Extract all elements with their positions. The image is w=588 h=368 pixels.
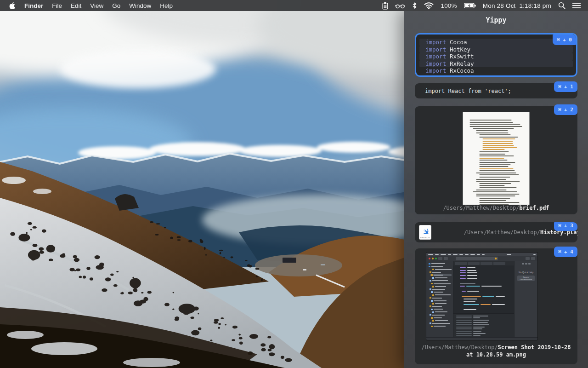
pdf-text-line [476, 196, 515, 196]
notification-center-icon[interactable] [572, 2, 581, 9]
clipboard-item-1[interactable]: ⌘ + 1 import React from 'react'; [415, 83, 577, 98]
thumb-log-message [473, 335, 481, 336]
code-line: importHotKey [419, 46, 573, 53]
menu-window[interactable]: Window [129, 2, 151, 9]
pdf-text-line [480, 202, 520, 203]
thumb-log-message [473, 333, 486, 334]
thumb-file-label [435, 286, 447, 287]
thumb-code-line [455, 285, 514, 287]
thumb-file-row [430, 325, 452, 328]
thumb-file-label [431, 263, 446, 264]
thumb-file-label [434, 283, 451, 284]
thumb-file-row [431, 311, 452, 313]
thumb-file-icon [430, 271, 431, 273]
thumb-menu-item [453, 254, 458, 255]
thumb-code-token [481, 286, 502, 287]
thumb-code-token [464, 309, 476, 310]
thumb-console-line [456, 333, 514, 334]
menu-bar-clock[interactable]: Mon 28 Oct 1:18:18 pm [483, 2, 551, 9]
search-icon[interactable] [558, 2, 565, 9]
pdf-text-line [480, 183, 511, 184]
file-path-caption: /Users/Matthew/Desktop/brief.pdf [415, 204, 577, 212]
thumb-log-timestamp [456, 328, 472, 329]
thumb-file-row [429, 314, 452, 316]
thumb-inspector: No Quick Help Search Documentation [514, 261, 537, 337]
thumb-console-line [456, 317, 514, 319]
thumb-menubar [426, 253, 537, 256]
thumb-menu-item [428, 254, 433, 255]
pdf-text-line [480, 198, 510, 199]
clipboard-item-3[interactable]: ⌘ + 3 PLAYGROUND /Users/Matthew/Desktop/… [415, 222, 577, 242]
bluetooth-icon[interactable] [412, 2, 417, 9]
thumb-log-message [473, 322, 488, 323]
desktop[interactable]: Finder File Edit View Go Window Help 100… [0, 0, 588, 368]
menu-bar: Finder File Edit View Go Window Help 100… [0, 0, 588, 11]
pdf-text-line [480, 158, 504, 159]
pdf-text-line [470, 124, 520, 125]
code-line: importRxCocoa [419, 67, 573, 75]
thumb-file-icon [430, 288, 431, 290]
thumb-code-token [467, 291, 479, 292]
clipboard-item-0-selected[interactable]: ⌘ + 0 importCocoa importHotKey importRxS… [415, 33, 577, 77]
thumb-file-label [432, 272, 441, 273]
thumb-file-row [429, 322, 452, 325]
clipboard-item-2[interactable]: ⌘ + 2 /Users/Matthew/Desktop/brief.pdf [415, 106, 577, 214]
thumb-file-row [430, 299, 452, 302]
pdf-text-line [480, 166, 509, 167]
thumb-file-label [432, 323, 451, 324]
menu-go[interactable]: Go [112, 2, 120, 9]
glasses-icon[interactable] [395, 2, 405, 9]
thumb-code-token [464, 304, 479, 305]
wifi-icon[interactable] [424, 2, 434, 9]
thumb-code-line [455, 275, 514, 276]
thumb-file-row [428, 265, 452, 268]
clipboard-item-4[interactable]: ⌘ + 4 [415, 248, 577, 364]
battery-charging-icon[interactable] [464, 3, 476, 9]
thumb-log-timestamp [456, 317, 472, 318]
thumb-code-token [460, 267, 466, 268]
pdf-text-line [480, 174, 519, 175]
thumb-code-token [467, 267, 475, 268]
app-menu-finder[interactable]: Finder [24, 2, 43, 9]
code-line: importRxSwift [419, 53, 573, 60]
thumb-file-row [429, 288, 452, 291]
thumb-file-icon [430, 280, 431, 282]
thumb-code-line [455, 288, 514, 290]
menu-file[interactable]: File [52, 2, 62, 9]
clipboard-icon[interactable] [382, 2, 388, 10]
menu-view[interactable]: View [90, 2, 103, 9]
thumb-menu-item [441, 254, 446, 255]
menu-edit[interactable]: Edit [71, 2, 81, 9]
pdf-text-line [483, 138, 515, 139]
thumb-file-icon [431, 317, 433, 319]
pdf-text-line [480, 160, 508, 161]
pdf-text-line [480, 200, 506, 201]
pdf-text-line [480, 155, 514, 156]
menu-help[interactable]: Help [160, 2, 173, 9]
thumb-file-label [434, 292, 443, 293]
apple-menu[interactable] [9, 2, 16, 10]
thumb-file-row [431, 277, 452, 279]
pdf-text-line [476, 190, 507, 190]
thumb-file-icon [432, 294, 434, 296]
thumb-file-icon [429, 263, 430, 265]
thumb-file-row [431, 303, 452, 305]
thumb-file-label [432, 315, 445, 316]
thumb-file-row [429, 271, 452, 274]
thumb-log-timestamp [456, 320, 472, 321]
thumb-navigator [426, 261, 453, 337]
thumb-file-row [430, 291, 452, 293]
thumb-file-label [432, 289, 445, 290]
thumb-menu-item [435, 254, 439, 255]
thumb-log-message [473, 324, 489, 325]
shortcut-badge-4: ⌘ + 4 [554, 247, 577, 257]
thumb-file-label [432, 280, 448, 281]
thumb-file-icon [430, 314, 431, 316]
thumb-file-row [431, 320, 452, 322]
thumb-file-label [434, 317, 442, 318]
thumb-menu-item [507, 254, 511, 255]
thumb-code-token [460, 272, 466, 273]
pdf-text-line [480, 187, 517, 188]
thumb-file-row [428, 263, 452, 265]
thumb-file-label [434, 275, 443, 276]
